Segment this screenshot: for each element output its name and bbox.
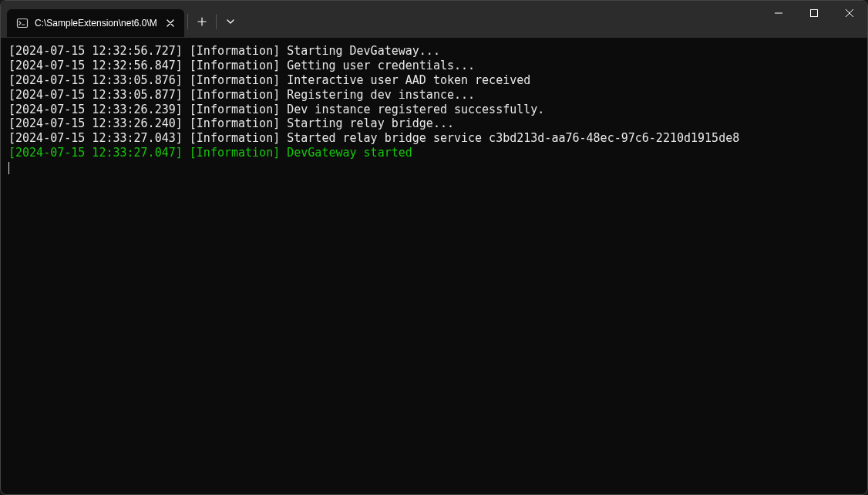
maximize-button[interactable] (796, 1, 832, 25)
terminal-tab[interactable]: C:\SampleExtension\net6.0\M (7, 9, 184, 37)
svg-rect-0 (18, 19, 28, 28)
terminal-icon (16, 17, 29, 29)
terminal-cursor (8, 162, 9, 174)
titlebar-left: C:\SampleExtension\net6.0\M (1, 1, 244, 38)
terminal-content[interactable]: [2024-07-15 12:32:56.727] [Information] … (1, 38, 867, 494)
log-line: [2024-07-15 12:33:27.043] [Information] … (8, 131, 860, 146)
log-line: [2024-07-15 12:32:56.727] [Information] … (8, 44, 860, 59)
tab-close-button[interactable] (164, 17, 177, 29)
tab-actions (187, 1, 244, 38)
log-line: [2024-07-15 12:33:26.240] [Information] … (8, 116, 860, 131)
new-tab-button[interactable] (188, 8, 216, 35)
log-line: [2024-07-15 12:33:27.047] [Information] … (8, 146, 860, 160)
log-line: [2024-07-15 12:33:05.877] [Information] … (8, 88, 860, 103)
titlebar: C:\SampleExtension\net6.0\M (1, 1, 867, 38)
minimize-button[interactable] (761, 1, 796, 25)
log-line: [2024-07-15 12:33:26.239] [Information] … (8, 103, 860, 117)
log-line: [2024-07-15 12:32:56.847] [Information] … (8, 59, 860, 73)
close-button[interactable] (832, 1, 867, 25)
tab-dropdown-button[interactable] (217, 8, 244, 35)
tab-title: C:\SampleExtension\net6.0\M (35, 18, 158, 29)
window-controls (761, 1, 867, 38)
svg-rect-3 (811, 10, 818, 17)
log-line: [2024-07-15 12:33:05.876] [Information] … (8, 73, 860, 88)
log-output: [2024-07-15 12:32:56.727] [Information] … (8, 44, 860, 160)
